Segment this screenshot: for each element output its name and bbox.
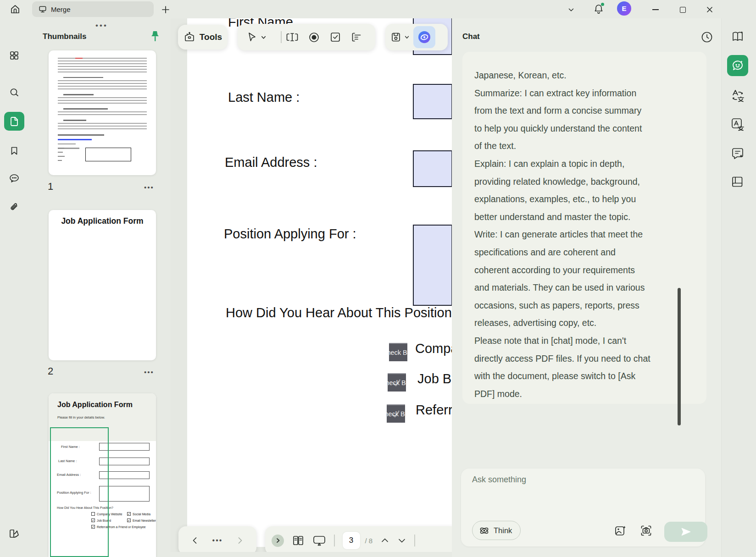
more-actions-button[interactable]: •••	[212, 536, 223, 545]
message-line: specifications and are coherent and	[474, 243, 695, 261]
previous-page-button[interactable]	[380, 536, 389, 545]
field-label-email: Email Address :	[225, 155, 317, 170]
thumb1-email-link	[58, 139, 92, 140]
sidebar-item-search[interactable]	[4, 83, 24, 102]
save-button[interactable]	[390, 31, 410, 43]
message-line: of the text.	[474, 137, 695, 155]
page-number-1: 1	[48, 181, 53, 193]
presentation-mode-icon[interactable]	[312, 534, 326, 547]
close-button[interactable]	[703, 4, 716, 16]
notification-dot	[601, 3, 604, 6]
sidebar-item-bookmarks[interactable]	[4, 141, 24, 160]
ai-assistant-button[interactable]	[413, 26, 435, 48]
message-line: Summarize: I can extract key information	[474, 84, 695, 102]
avatar-initial: E	[622, 5, 626, 12]
checkbox-tool-icon[interactable]	[329, 31, 341, 43]
minimize-icon	[652, 9, 659, 10]
radio-button-tool-icon[interactable]	[308, 31, 320, 44]
message-line: releases, advertising copy, etc.	[474, 314, 695, 332]
tools-button[interactable]: Tools	[178, 25, 228, 50]
book-sparkle-icon	[731, 30, 745, 43]
ai-summary-button[interactable]	[727, 143, 748, 164]
save-icon	[390, 31, 402, 43]
reading-notes-button[interactable]	[731, 30, 745, 43]
current-page-input[interactable]: 3	[343, 532, 360, 549]
save-ai-toolbar	[385, 24, 448, 50]
page-1-menu-button[interactable]: •••	[144, 183, 154, 191]
sidebar-item-thumbnails[interactable]	[4, 112, 24, 131]
notifications-button[interactable]	[592, 2, 606, 16]
document-area: First Name Last Name : Email Address : P…	[171, 18, 452, 552]
screenshot-button[interactable]	[640, 524, 652, 537]
assistant-message-bubble: Japanese, Korean, etc.Summarize: I can e…	[462, 52, 706, 404]
page-thumbnail-1[interactable]	[49, 50, 156, 175]
insert-image-button[interactable]	[614, 524, 627, 537]
checkbox-field-referral[interactable]: Check Box	[387, 404, 405, 423]
page-thumbnail-2[interactable]: Job Application Form	[49, 210, 156, 360]
list-box-tool-icon[interactable]	[350, 31, 362, 43]
position-input-field[interactable]	[413, 225, 452, 306]
document-tab[interactable]: Merge	[32, 1, 154, 17]
image-sparkle-icon	[614, 524, 627, 537]
title-bar: Merge E	[0, 0, 756, 18]
forward-button[interactable]	[235, 536, 245, 545]
translate-button[interactable]	[727, 85, 748, 106]
toolbox-icon	[183, 31, 195, 43]
ai-chat-button[interactable]	[727, 55, 748, 76]
think-toggle-button[interactable]: Think	[472, 521, 521, 540]
message-line: providing related knowledge, background,	[474, 173, 695, 191]
email-input-field[interactable]	[413, 150, 452, 187]
page-navigation-bar: 3 / 8	[265, 526, 452, 552]
page-2-menu-button[interactable]: •••	[144, 368, 154, 376]
two-page-view-icon[interactable]	[292, 534, 305, 547]
app-logo[interactable]	[4, 524, 24, 543]
back-button[interactable]	[190, 536, 200, 545]
home-button[interactable]	[8, 2, 22, 16]
last-name-input-field[interactable]	[413, 84, 452, 119]
page-total: / 8	[365, 537, 373, 545]
text-field-tool-icon[interactable]	[286, 31, 299, 43]
titlebar-collapse-button[interactable]	[565, 4, 577, 16]
message-line: Write: I can generate articles that meet…	[474, 226, 695, 243]
panel-title: Thumbnails	[43, 32, 86, 41]
sidebar-item-attachments[interactable]	[4, 198, 24, 217]
pdf-page[interactable]	[187, 18, 452, 547]
checkbox-field-job-board[interactable]: Check Box	[388, 373, 406, 392]
message-line: and materials. They can be used in vario…	[474, 279, 695, 297]
thumb3-viewport-indicator[interactable]	[50, 427, 109, 557]
message-line: Please note that in [chat] mode, I can't	[474, 332, 695, 350]
checkbox-field-company[interactable]: Check Box	[389, 343, 407, 361]
pushpin-icon	[149, 29, 161, 44]
ai-tools-rail	[721, 18, 756, 557]
thumb1-signature-labels	[58, 148, 64, 163]
thumb3-subtitle: Please fill in your details below.	[57, 415, 156, 419]
avatar[interactable]: E	[617, 1, 631, 16]
maximize-button[interactable]	[676, 4, 689, 16]
panel-drag-handle[interactable]: •••	[95, 21, 108, 30]
sidebar-item-comments[interactable]	[4, 169, 24, 188]
thumb3-option: ✓Email Newsletter	[127, 518, 156, 522]
chat-panel: Chat Japanese, Korean, etc.Summarize: I …	[452, 18, 721, 557]
chat-input[interactable]: Ask something	[472, 475, 526, 485]
chat-history-button[interactable]	[700, 31, 713, 44]
thumb3-option: ✓Social Media	[127, 512, 150, 516]
new-tab-button[interactable]	[160, 4, 172, 16]
reader-mode-button[interactable]	[727, 171, 748, 193]
select-tool-button[interactable]	[246, 31, 281, 43]
thumb1-paragraph	[58, 58, 147, 73]
message-line: directly access PDF files. If you need t…	[474, 350, 695, 368]
minimize-button[interactable]	[649, 4, 662, 16]
ai-swirl-icon	[417, 30, 432, 44]
message-line: with the document, please switch to [Ask	[474, 367, 695, 385]
expand-button[interactable]	[272, 535, 284, 547]
translate-document-button[interactable]	[727, 114, 748, 135]
next-page-button[interactable]	[397, 536, 406, 545]
message-line: better understand and master the topic.	[474, 208, 695, 226]
field-label-position: Position Applying For :	[224, 226, 356, 242]
maximize-icon	[680, 7, 686, 13]
chat-scrollbar-thumb[interactable]	[678, 288, 681, 425]
send-button[interactable]	[664, 522, 707, 542]
sidebar-item-apps[interactable]	[4, 46, 24, 65]
pin-panel-button[interactable]	[149, 29, 161, 44]
form-tools-toolbar	[238, 24, 375, 50]
